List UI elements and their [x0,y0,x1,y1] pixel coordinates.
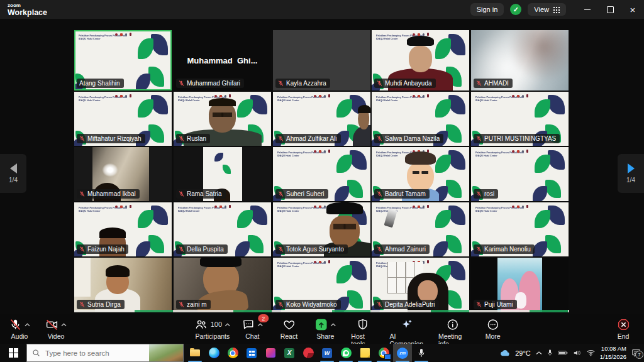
participant-tile[interactable]: Pelatihan Pendamping Proses Produk Halal… [471,92,569,146]
excel-icon[interactable] [280,344,299,362]
end-button[interactable]: End [613,317,634,340]
ms-store-icon[interactable] [242,344,261,362]
office-365-icon[interactable] [261,344,280,362]
participants-menu-caret[interactable] [225,323,230,327]
brand-workplace: Workplace [8,9,47,17]
chat-menu-caret[interactable] [257,323,263,327]
windows-start-button[interactable] [0,344,26,362]
participant-tile[interactable]: Pelatihan Pendamping Proses Produk Halal… [74,92,172,146]
end-icon [617,318,630,331]
participant-name-tag: Karimah Nenoliu [474,244,535,254]
participant-tile[interactable]: Pelatihan Pendamping Proses Produk Halal… [174,202,271,256]
react-button[interactable]: React [278,317,299,348]
sticky-notes-icon[interactable] [355,344,374,362]
taskbar-search[interactable] [26,344,184,362]
participants-icon [195,318,208,331]
participant-tile[interactable]: AHMADI [471,30,569,90]
halal-center-logos [512,150,528,153]
title-bar: zoom Workplace Sign in View × [0,0,644,19]
participant-tile[interactable]: Sutria Dirga [74,258,172,312]
page-indicator-right: 1/4 [626,177,635,184]
participant-tile[interactable]: Rama Satria [174,147,271,201]
tray-mic-icon[interactable] [547,349,553,357]
participant-name-tag: Ahmad Zainuri [374,244,430,254]
participant-name-tag: AHMADI [474,79,513,88]
participant-tile[interactable]: Pelatihan Pendamping Proses Produk Halal… [372,147,469,201]
previous-page-button[interactable]: 1/4 [0,154,26,193]
battery-icon[interactable] [558,350,568,356]
participant-tile[interactable]: zaini m [174,258,271,312]
search-highlight-image[interactable] [149,344,183,361]
participant-name-tag: Muhammad Ghifari [176,79,244,88]
muted-mic-icon [377,302,382,307]
muted-mic-icon [179,191,184,197]
chevron-up-icon[interactable] [536,351,542,355]
participant-tile[interactable]: Pelatihan Pendamping Proses Produk Halal… [174,92,271,146]
participant-tile[interactable]: Pelatihan Pendamping Proses Produk Halal… [74,30,172,90]
video-button[interactable]: Video [45,317,67,340]
clock-date: 1/15/2026 [600,353,626,361]
participant-tile[interactable]: Pelatihan Pendamping Proses Produk Halal… [273,258,370,312]
participant-tile[interactable]: Pelatihan Pendamping Proses Produk Halal… [372,258,469,312]
participant-tile[interactable]: Pelatihan Pendamping Proses Produk Halal… [74,202,172,256]
audio-label: Audio [11,332,28,340]
volume-icon[interactable] [573,349,582,356]
participant-tile[interactable]: Puji Utami [471,258,569,312]
participant-tile[interactable]: Pelatihan Pendamping Proses Produk Halal… [273,202,370,256]
weather-temperature[interactable]: 29°C [515,349,531,357]
participants-button[interactable]: 100Participants [198,317,226,348]
participant-tile[interactable]: Muhammad Ghi...Muhammad Ghifari [174,30,271,90]
meeting-info-button[interactable]: Meeting info [438,317,467,348]
audio-button[interactable]: Audio [9,317,30,340]
video-menu-caret[interactable] [61,323,67,327]
chat-button[interactable]: 2Chat [242,317,263,348]
file-explorer-icon[interactable] [186,344,204,362]
more-icon [486,318,499,331]
halal-center-logos [413,205,429,208]
sign-in-button[interactable]: Sign in [470,3,504,16]
restore-button[interactable] [599,0,621,19]
muted-mic-icon [476,246,482,252]
share-button[interactable]: Share [314,317,336,348]
participant-tile[interactable]: Muhammad Ikbal [74,147,172,201]
host-tools-button[interactable]: Host tools [351,317,374,348]
search-input[interactable] [44,349,135,358]
participant-tile[interactable]: Pelatihan Pendamping Proses Produk Halal… [372,202,469,256]
system-tray: 29°C 10:08 AM 1/15/2026 7 [499,344,644,362]
meeting-info-icon [446,318,459,331]
halal-center-logos [314,150,330,153]
participant-tile[interactable]: Pelatihan Pendamping Proses Produk Halal… [273,147,370,201]
more-button[interactable]: More [482,317,504,348]
ai-companion-button[interactable]: AI Companion [390,317,423,348]
participant-tile[interactable]: Pelatihan Pendamping Proses Produk Halal… [471,147,569,201]
next-page-button[interactable]: 1/4 [618,154,644,193]
participant-tile[interactable]: Pelatihan Pendamping Proses Produk Halal… [273,92,370,146]
close-button[interactable]: × [621,0,644,19]
word-icon[interactable] [318,344,336,362]
participant-tile[interactable]: Kayla Azzahra [273,30,370,90]
share-menu-caret[interactable] [330,323,336,327]
search-icon [32,349,40,357]
participant-tile[interactable]: Pelatihan Pendamping Proses Produk Halal… [471,202,569,256]
share-label: Share [316,332,334,340]
participant-name: Koko Widyatmoko [286,301,337,308]
edge-icon[interactable] [204,344,223,362]
zoom-app-icon[interactable] [393,344,412,362]
presentation-red-icon[interactable] [299,344,318,362]
muted-mic-icon [278,302,284,307]
participant-tile[interactable]: Pelatihan Pendamping Proses Produk Halal… [372,92,469,146]
view-button[interactable]: View [528,3,566,16]
participant-name-tag: Faizun Najah [77,244,128,254]
onedrive-cloud-icon[interactable] [499,349,510,357]
taskbar-clock[interactable]: 10:08 AM 1/15/2026 [600,345,626,361]
participant-tile[interactable]: Pelatihan Pendamping Proses Produk Halal… [372,30,469,90]
notification-center-icon[interactable]: 7 [631,349,641,357]
muted-mic-icon [79,136,85,141]
minimize-button[interactable] [576,0,599,19]
audio-menu-caret[interactable] [25,323,30,327]
whatsapp-icon[interactable] [336,344,355,362]
chrome-meet-icon[interactable] [374,344,393,362]
chrome-icon[interactable] [223,344,242,362]
voice-recorder-icon[interactable] [412,344,431,362]
wifi-icon[interactable] [587,349,595,356]
